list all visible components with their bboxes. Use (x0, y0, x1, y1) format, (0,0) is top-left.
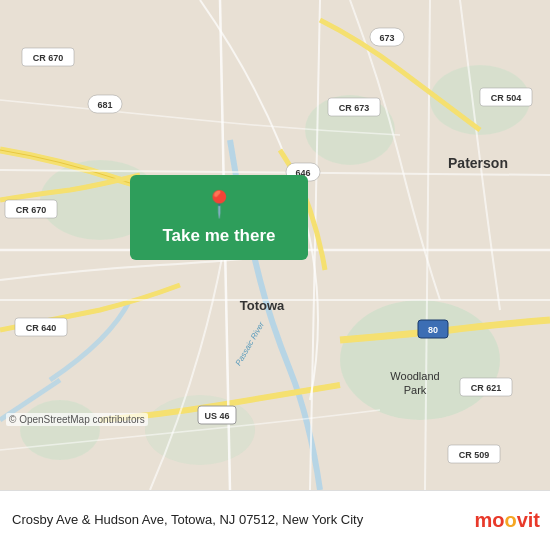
address-text: Crosby Ave & Hudson Ave, Totowa, NJ 0751… (12, 512, 474, 529)
svg-text:80: 80 (428, 325, 438, 335)
bottom-bar: Crosby Ave & Hudson Ave, Totowa, NJ 0751… (0, 490, 550, 550)
take-me-there-button[interactable]: 📍 Take me there (130, 175, 308, 260)
svg-text:673: 673 (379, 33, 394, 43)
moovit-logo-text: moovit (474, 509, 540, 532)
button-label: Take me there (162, 226, 275, 246)
svg-text:CR 670: CR 670 (16, 205, 47, 215)
svg-text:CR 504: CR 504 (491, 93, 522, 103)
map-container: CR 670 CR 670 681 673 CR 673 CR 504 646 … (0, 0, 550, 490)
svg-point-4 (20, 400, 100, 460)
moovit-logo: moovit (474, 509, 540, 532)
svg-text:US 46: US 46 (204, 411, 229, 421)
svg-text:Woodland: Woodland (390, 370, 439, 382)
svg-text:Totowa: Totowa (240, 298, 285, 313)
openstreetmap-credit: © OpenStreetMap contributors (6, 413, 148, 426)
svg-text:CR 670: CR 670 (33, 53, 64, 63)
svg-text:CR 509: CR 509 (459, 450, 490, 460)
svg-text:CR 621: CR 621 (471, 383, 502, 393)
location-pin-icon: 📍 (203, 189, 235, 220)
svg-text:681: 681 (97, 100, 112, 110)
svg-text:CR 640: CR 640 (26, 323, 57, 333)
svg-text:CR 673: CR 673 (339, 103, 370, 113)
svg-point-1 (340, 300, 500, 420)
svg-text:Paterson: Paterson (448, 155, 508, 171)
svg-text:Park: Park (404, 384, 427, 396)
